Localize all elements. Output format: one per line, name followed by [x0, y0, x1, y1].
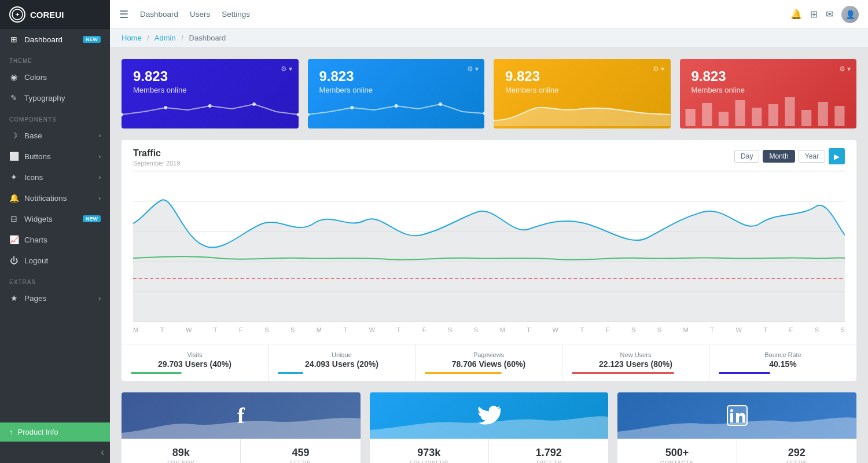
stat-card-blue: ⚙ ▾ 9.823 Members online [308, 59, 485, 128]
traffic-btn-day[interactable]: Day [734, 150, 759, 163]
stat-card-value-2: 9.823 [319, 68, 473, 84]
svg-rect-15 [752, 108, 762, 126]
svg-point-34 [730, 409, 733, 412]
buttons-chevron: › [99, 153, 101, 160]
svg-point-9 [439, 102, 442, 106]
mail-icon[interactable]: ✉ [826, 9, 833, 20]
breadcrumb-current: Dashboard [189, 34, 226, 42]
linkedin-card-bottom: 500+ CONTACTS 292 FEEDS [617, 439, 856, 463]
sidebar-item-notifications[interactable]: 🔔 Notifications › [0, 188, 110, 208]
grid-icon[interactable]: ⊞ [810, 9, 818, 20]
logo-text: COREUI [30, 10, 64, 20]
breadcrumb-home[interactable]: Home [122, 34, 142, 42]
sidebar-item-pages[interactable]: ★ Pages › [0, 288, 110, 308]
stat-card-chart-4 [680, 91, 857, 128]
stat-card-value-3: 9.823 [505, 68, 659, 84]
traffic-chart-svg: 250 200 100 0 [133, 171, 845, 322]
topnav-links: Dashboard Users Settings [140, 10, 250, 19]
base-icon: ☽ [9, 131, 19, 140]
topnav-dashboard[interactable]: Dashboard [140, 10, 178, 19]
breadcrumb-admin[interactable]: Admin [155, 34, 176, 42]
traffic-icon-btn[interactable]: ▶ [829, 148, 845, 164]
sidebar-item-dashboard[interactable]: ⊞ Dashboard NEW [0, 29, 110, 50]
linkedin-feeds-label: FEEDS [746, 460, 847, 463]
svg-point-5 [297, 113, 299, 116]
sidebar-item-charts[interactable]: 📈 Charts [0, 229, 110, 250]
traffic-card-header: Traffic September 2019 Day Month Year ▶ [122, 140, 856, 171]
sidebar-label-buttons: Buttons [24, 152, 51, 161]
stat-card-gear-1[interactable]: ⚙ ▾ [281, 65, 292, 73]
charts-icon: 📈 [9, 235, 19, 244]
traffic-btn-month[interactable]: Month [763, 150, 795, 163]
svg-point-1 [122, 113, 123, 116]
sidebar-item-colors[interactable]: ◉ Colors [0, 67, 110, 87]
main-area: ☰ Dashboard Users Settings 🔔 ⊞ ✉ 👤 Home … [110, 0, 868, 463]
linkedin-feeds-stat: 292 FEEDS [737, 439, 856, 463]
svg-rect-33 [730, 413, 733, 422]
svg-rect-18 [801, 110, 811, 126]
sidebar-label-pages: Pages [24, 294, 46, 303]
product-info-label: Product Info [18, 428, 58, 436]
traffic-subtitle: September 2019 [133, 160, 180, 167]
social-cards-row: f 89k FRIENDS 459 FEEDS [122, 392, 856, 463]
svg-rect-16 [768, 104, 778, 126]
twitter-tweets-value: 1.792 [498, 447, 599, 459]
stat-card-chart-2 [308, 91, 485, 128]
twitter-tweets-label: TWEETS [498, 460, 599, 463]
stat-card-chart-3 [494, 91, 671, 128]
svg-point-3 [208, 104, 212, 108]
product-info-button[interactable]: ↑ Product Info [0, 422, 110, 442]
stat-card-gear-4[interactable]: ⚙ ▾ [839, 65, 851, 73]
notifications-chevron: › [99, 195, 101, 201]
sidebar-item-typography[interactable]: ✎ Typography [0, 87, 110, 108]
topnav-users[interactable]: Users [190, 10, 210, 19]
sidebar-label-typography: Typography [24, 94, 65, 102]
linkedin-contacts-label: CONTACTS [627, 460, 727, 463]
linkedin-contacts-value: 500+ [627, 447, 727, 459]
product-info-icon: ↑ [9, 428, 13, 436]
typography-icon: ✎ [9, 93, 19, 102]
theme-section-label: THEME [0, 50, 110, 67]
traffic-title: Traffic [133, 148, 180, 159]
twitter-card-top [370, 392, 609, 439]
sidebar-label-widgets: Widgets [24, 215, 53, 223]
stat-card-value-1: 9.823 [133, 68, 287, 84]
colors-icon: ◉ [9, 72, 19, 82]
twitter-followers-value: 973k [379, 447, 479, 459]
sidebar-item-buttons[interactable]: ⬜ Buttons › [0, 146, 110, 167]
svg-point-8 [394, 104, 398, 108]
svg-rect-13 [718, 112, 728, 126]
facebook-icon: f [237, 403, 245, 428]
sidebar-item-icons[interactable]: ✦ Icons › [0, 167, 110, 188]
sidebar-item-widgets[interactable]: ⊟ Widgets NEW [0, 208, 110, 229]
topnav-settings[interactable]: Settings [222, 10, 250, 19]
stat-cards-row: ⚙ ▾ 9.823 Members online ⚙ ▾ 9.823 [122, 59, 856, 128]
svg-rect-20 [834, 106, 844, 126]
sidebar-item-base[interactable]: ☽ Base › [0, 125, 110, 146]
stat-card-gear-2[interactable]: ⚙ ▾ [467, 65, 479, 73]
sidebar-collapse-button[interactable]: ‹ [0, 442, 110, 463]
linkedin-icon [727, 405, 748, 426]
bell-icon[interactable]: 🔔 [790, 9, 802, 20]
app-logo: COREUI [0, 0, 110, 29]
hamburger-icon[interactable]: ☰ [119, 8, 128, 21]
sidebar-item-logout[interactable]: ⏻ Logout [0, 250, 110, 271]
svg-rect-14 [735, 100, 745, 126]
stat-card-value-4: 9.823 [692, 68, 845, 84]
facebook-card-top: f [122, 392, 361, 439]
facebook-friends-value: 89k [131, 447, 231, 459]
stat-card-red: ⚙ ▾ 9.823 Members online [680, 59, 857, 128]
logout-icon: ⏻ [9, 256, 19, 265]
svg-rect-12 [702, 103, 712, 126]
stat-card-purple: ⚙ ▾ 9.823 Members online [122, 59, 299, 128]
traffic-btn-year[interactable]: Year [799, 150, 825, 163]
facebook-card-bottom: 89k FRIENDS 459 FEEDS [122, 439, 361, 463]
stat-card-chart-1 [122, 91, 299, 128]
social-card-facebook: f 89k FRIENDS 459 FEEDS [122, 392, 361, 463]
pages-chevron: › [99, 295, 101, 302]
user-avatar[interactable]: 👤 [841, 6, 859, 23]
widgets-badge: NEW [83, 215, 101, 222]
stat-card-gear-3[interactable]: ⚙ ▾ [653, 65, 664, 73]
sidebar-label-logout: Logout [24, 256, 48, 265]
dashboard-icon: ⊞ [9, 35, 19, 44]
